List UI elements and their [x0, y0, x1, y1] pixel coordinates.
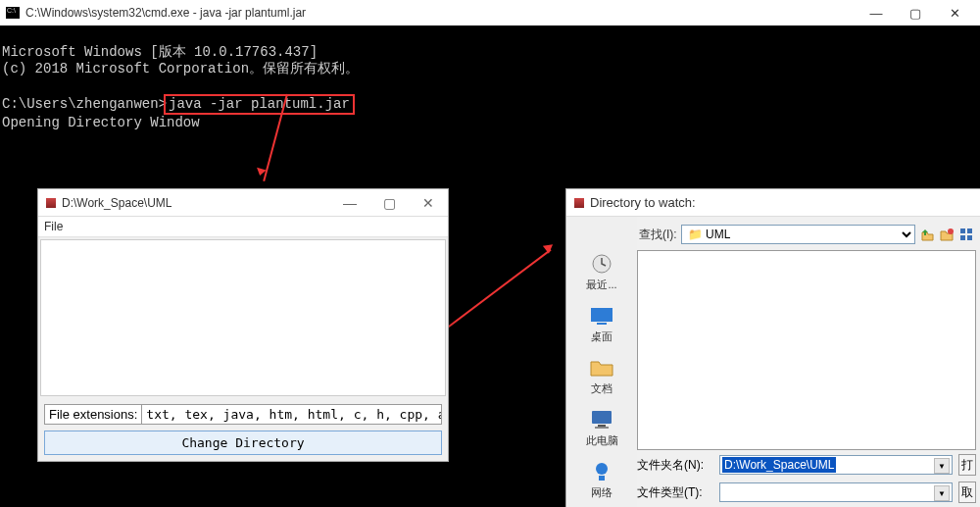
up-one-level-icon[interactable] [919, 227, 935, 242]
svg-rect-4 [598, 425, 606, 427]
plantuml-menubar[interactable]: File [38, 217, 448, 237]
open-button[interactable]: 打 [958, 454, 976, 476]
look-in-label: 查找(I): [639, 227, 677, 243]
place-network[interactable]: 网络 [588, 460, 615, 500]
svg-rect-3 [592, 411, 612, 424]
place-documents-label: 文档 [591, 381, 612, 396]
svg-rect-1 [591, 308, 612, 322]
plantuml-window: D:\Work_Space\UML — ▢ ✕ File File extens… [37, 188, 449, 462]
desktop-icon [588, 304, 615, 328]
cmd-line-2: (c) 2018 Microsoft Corporation。保留所有权利。 [2, 61, 359, 76]
place-recent[interactable]: 最近... [586, 252, 616, 292]
svg-rect-7 [599, 476, 605, 481]
place-network-label: 网络 [591, 485, 612, 500]
view-menu-icon[interactable] [958, 227, 974, 242]
file-type-row: 文件类型(T): ▼ 取 [637, 482, 976, 503]
cmd-prompt: C:\Users\zhenganwen> [2, 96, 167, 112]
place-recent-label: 最近... [586, 278, 616, 292]
computer-icon [588, 408, 615, 431]
plantuml-minimize-button[interactable]: — [330, 190, 369, 216]
plantuml-maximize-button[interactable]: ▢ [369, 190, 409, 216]
place-documents[interactable]: 文档 [588, 356, 615, 396]
file-extensions-value: txt, tex, java, htm, html, c, h, cpp, ap… [142, 404, 442, 425]
place-desktop-label: 桌面 [591, 330, 612, 344]
directory-main: 查找(I): 📁 UML 文件夹名(N): [637, 217, 980, 507]
cmd-titlebar: C:\Windows\system32\cmd.exe - java -jar … [0, 0, 980, 25]
file-extensions-row: File extensions: txt, tex, java, htm, ht… [44, 404, 442, 425]
annotation-arrowhead-1 [255, 168, 266, 177]
clock-icon [588, 252, 615, 276]
folder-icon [588, 356, 615, 380]
folder-name-value: D:\Work_Space\UML [722, 457, 836, 473]
directory-dialog-title: Directory to watch: [590, 195, 696, 210]
svg-point-6 [596, 463, 608, 475]
close-button[interactable]: ✕ [935, 2, 974, 24]
cmd-title: C:\Windows\system32\cmd.exe - java -jar … [25, 6, 857, 20]
places-bar: 最近... 桌面 文档 此电脑 [566, 217, 637, 507]
cmd-icon [6, 7, 20, 19]
plantuml-content-area [40, 239, 446, 396]
maximize-button[interactable]: ▢ [896, 2, 935, 24]
folder-name-label: 文件夹名(N): [637, 457, 713, 474]
svg-rect-12 [967, 235, 972, 240]
plantuml-footer: File extensions: txt, tex, java, htm, ht… [38, 398, 448, 461]
chevron-down-icon[interactable]: ▼ [934, 458, 950, 474]
plantuml-close-button[interactable]: ✕ [409, 190, 448, 216]
svg-rect-5 [595, 427, 609, 429]
cmd-line-4: Opening Directory Window [2, 115, 200, 130]
cmd-command-highlight: java -jar plantuml.jar [164, 94, 355, 115]
directory-dialog-titlebar: Directory to watch: [566, 189, 980, 217]
folder-name-combo[interactable]: D:\Work_Space\UML ▼ [719, 455, 953, 475]
folder-name-row: 文件夹名(N): D:\Work_Space\UML ▼ 打 [637, 454, 976, 476]
look-in-select[interactable]: 📁 UML [681, 225, 915, 244]
svg-point-8 [948, 228, 954, 234]
svg-rect-9 [960, 228, 965, 233]
place-thispc[interactable]: 此电脑 [586, 408, 618, 448]
plantuml-titlebar: D:\Work_Space\UML — ▢ ✕ [38, 189, 448, 217]
place-thispc-label: 此电脑 [586, 433, 618, 448]
svg-rect-10 [967, 228, 972, 233]
file-type-combo[interactable]: ▼ [719, 482, 953, 502]
network-icon [588, 460, 615, 483]
place-desktop[interactable]: 桌面 [588, 304, 615, 344]
svg-rect-11 [960, 235, 965, 240]
plantuml-app-icon [46, 198, 56, 208]
new-folder-icon[interactable] [939, 227, 955, 242]
cmd-output: Microsoft Windows [版本 10.0.17763.437] (c… [0, 25, 980, 131]
file-extensions-label: File extensions: [44, 404, 142, 425]
svg-rect-2 [597, 323, 607, 325]
cmd-line-1: Microsoft Windows [版本 10.0.17763.437] [2, 44, 318, 60]
directory-dialog: Directory to watch: 最近... 桌面 文档 [565, 188, 980, 507]
plantuml-title: D:\Work_Space\UML [62, 196, 330, 210]
menu-file[interactable]: File [44, 220, 63, 233]
minimize-button[interactable]: — [857, 2, 896, 24]
file-list-area[interactable] [637, 250, 976, 450]
look-in-row: 查找(I): 📁 UML [637, 221, 976, 248]
chevron-down-icon-2[interactable]: ▼ [934, 485, 950, 501]
directory-dialog-icon [574, 198, 584, 208]
cancel-button[interactable]: 取 [958, 482, 976, 503]
change-directory-button[interactable]: Change Directory [44, 431, 442, 455]
file-type-label: 文件类型(T): [637, 484, 713, 501]
